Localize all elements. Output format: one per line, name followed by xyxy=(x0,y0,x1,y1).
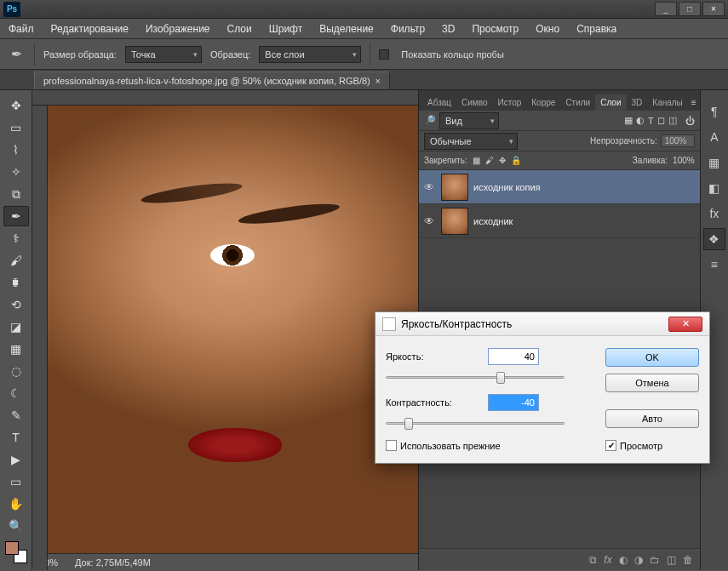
move-tool[interactable]: ✥ xyxy=(3,95,29,116)
layer-item[interactable]: 👁 исходник копия xyxy=(419,170,700,204)
hand-tool[interactable]: ✋ xyxy=(3,494,29,514)
menu-view[interactable]: Просмотр xyxy=(463,20,527,38)
crop-tool[interactable]: ⧉ xyxy=(3,184,29,204)
eraser-tool[interactable]: ◪ xyxy=(3,317,29,337)
opacity-field[interactable]: 100% xyxy=(661,134,695,147)
legacy-checkbox[interactable] xyxy=(386,440,397,451)
blur-tool[interactable]: ◌ xyxy=(3,361,29,381)
dock-styles-icon[interactable]: fx xyxy=(703,203,725,225)
slider-thumb[interactable] xyxy=(496,372,505,384)
lasso-tool[interactable]: ⌇ xyxy=(3,140,29,160)
menu-help[interactable]: Справка xyxy=(568,20,625,38)
dock-paragraph-icon[interactable]: ¶ xyxy=(703,100,725,123)
document-tab[interactable]: professionalnaya-retush-lica-v-fotoshope… xyxy=(34,71,390,89)
clone-stamp-tool[interactable]: ⧯ xyxy=(3,272,29,293)
filter-shape-icon[interactable]: ◻ xyxy=(657,115,665,126)
tab-layers[interactable]: Слои xyxy=(595,94,626,111)
menu-3d[interactable]: 3D xyxy=(433,20,463,38)
menu-file[interactable]: Файл xyxy=(0,20,43,38)
layer-thumbnail[interactable] xyxy=(441,174,468,201)
preview-checkbox[interactable]: ✔ xyxy=(605,440,616,451)
window-close-button[interactable]: × xyxy=(702,2,725,16)
tab-history[interactable]: Истор xyxy=(493,94,527,111)
marquee-tool[interactable]: ▭ xyxy=(3,117,29,138)
foreground-color[interactable] xyxy=(5,541,19,555)
menu-type[interactable]: Шрифт xyxy=(261,20,311,38)
tab-channels[interactable]: Каналы xyxy=(647,94,688,111)
cancel-button[interactable]: Отмена xyxy=(605,374,699,392)
zoom-tool[interactable]: 🔍 xyxy=(3,516,29,536)
eyedropper-tool[interactable]: ✒ xyxy=(3,206,29,226)
layer-mask-icon[interactable]: ◐ xyxy=(619,554,628,566)
filter-smart-icon[interactable]: ◫ xyxy=(668,115,677,126)
layer-name[interactable]: исходник копия xyxy=(473,182,541,192)
tab-3d[interactable]: 3D xyxy=(627,94,648,111)
healing-brush-tool[interactable]: ⚕ xyxy=(3,228,29,248)
gradient-tool[interactable]: ▦ xyxy=(3,339,29,359)
lock-transparent-icon[interactable]: ▦ xyxy=(473,156,480,165)
tab-styles[interactable]: Стили xyxy=(560,94,595,111)
new-layer-icon[interactable]: ◫ xyxy=(667,554,676,566)
dock-histogram-icon[interactable]: ▦ xyxy=(703,151,725,174)
adjustment-layer-icon[interactable]: ◑ xyxy=(634,554,643,566)
link-layers-icon[interactable]: ⧉ xyxy=(589,554,597,566)
window-maximize-button[interactable]: □ xyxy=(679,2,701,16)
tab-adjustments[interactable]: Корре xyxy=(526,94,560,111)
layer-item[interactable]: 👁 исходник xyxy=(419,204,700,238)
shape-tool[interactable]: ▭ xyxy=(3,471,29,492)
menu-layers[interactable]: Слои xyxy=(219,20,261,38)
menu-filter[interactable]: Фильтр xyxy=(382,20,433,38)
brightness-input[interactable] xyxy=(488,348,539,365)
layer-filter-kind[interactable]: Вид xyxy=(439,112,499,129)
lock-all-icon[interactable]: 🔒 xyxy=(511,156,521,165)
slider-thumb[interactable] xyxy=(404,418,413,430)
filter-toggle-icon[interactable]: ⏻ xyxy=(685,116,695,126)
layer-name[interactable]: исходник xyxy=(473,216,513,226)
close-tab-icon[interactable]: × xyxy=(375,77,381,86)
lock-pixels-icon[interactable]: 🖌 xyxy=(485,156,494,165)
filter-pixel-icon[interactable]: ▦ xyxy=(624,115,633,126)
contrast-input[interactable] xyxy=(488,394,539,411)
sample-size-select[interactable]: Точка xyxy=(125,46,202,63)
contrast-slider[interactable] xyxy=(386,416,565,431)
layer-thumbnail[interactable] xyxy=(441,208,468,235)
brightness-slider[interactable] xyxy=(386,370,565,385)
sample-target-select[interactable]: Все слои xyxy=(259,46,361,63)
magic-wand-tool[interactable]: ✧ xyxy=(3,162,29,182)
show-ring-checkbox[interactable] xyxy=(379,49,389,60)
filter-adjust-icon[interactable]: ◐ xyxy=(636,115,645,126)
color-swatches[interactable] xyxy=(5,541,27,563)
type-tool[interactable]: T xyxy=(3,427,29,448)
fill-field[interactable]: 100% xyxy=(673,156,695,165)
dock-character-icon[interactable]: A xyxy=(703,126,725,148)
filter-type-icon[interactable]: T xyxy=(648,116,654,126)
dock-swatches-icon[interactable]: ◧ xyxy=(703,177,725,199)
panel-menu-icon[interactable]: ≡ xyxy=(688,94,700,111)
group-icon[interactable]: 🗀 xyxy=(650,554,660,566)
ok-button[interactable]: OK xyxy=(605,348,699,367)
layer-fx-icon[interactable]: fx xyxy=(604,554,611,566)
history-brush-tool[interactable]: ⟲ xyxy=(3,294,29,315)
path-select-tool[interactable]: ▶ xyxy=(3,449,29,470)
dialog-titlebar[interactable]: Яркость/Контрастность ✕ xyxy=(375,312,709,336)
dialog-close-button[interactable]: ✕ xyxy=(668,317,702,332)
visibility-toggle-icon[interactable]: 👁 xyxy=(424,215,436,227)
dock-layers-icon[interactable]: ❖ xyxy=(703,228,725,250)
brush-tool[interactable]: 🖌 xyxy=(3,250,29,271)
menu-select[interactable]: Выделение xyxy=(311,20,382,38)
lock-position-icon[interactable]: ✥ xyxy=(499,156,506,165)
window-minimize-button[interactable]: _ xyxy=(655,2,677,16)
menu-image[interactable]: Изображение xyxy=(137,20,219,38)
blend-mode-select[interactable]: Обычные xyxy=(424,133,518,150)
delete-layer-icon[interactable]: 🗑 xyxy=(683,554,693,566)
visibility-toggle-icon[interactable]: 👁 xyxy=(424,181,436,193)
menu-edit[interactable]: Редактирование xyxy=(43,20,137,38)
dock-channels-icon[interactable]: ≡ xyxy=(703,254,725,276)
auto-button[interactable]: Авто xyxy=(605,409,699,428)
tab-paragraph[interactable]: Абзац xyxy=(422,94,456,111)
canvas[interactable] xyxy=(48,106,418,553)
tab-character[interactable]: Симво xyxy=(456,94,492,111)
pen-tool[interactable]: ✎ xyxy=(3,405,29,425)
menu-window[interactable]: Окно xyxy=(527,20,568,38)
dodge-tool[interactable]: ☾ xyxy=(3,383,29,403)
